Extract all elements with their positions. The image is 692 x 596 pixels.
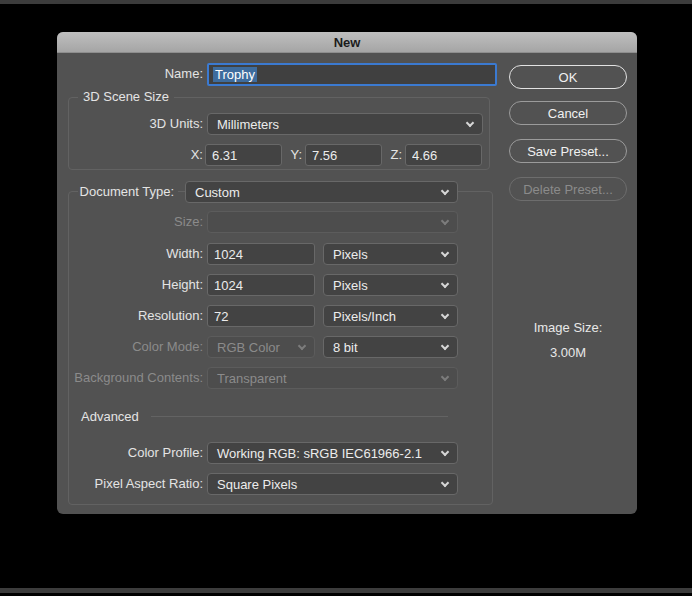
pixel-aspect-ratio-label: Pixel Aspect Ratio: [57, 476, 203, 491]
width-unit-dropdown[interactable]: Pixels [323, 243, 458, 265]
document-type-dropdown[interactable]: Custom [185, 181, 458, 203]
chevron-down-icon [441, 311, 449, 319]
3d-units-value: Millimeters [217, 117, 279, 132]
color-mode-dropdown: RGB Color [207, 336, 315, 358]
ok-button-label: OK [559, 70, 578, 85]
bit-depth-value: 8 bit [333, 340, 358, 355]
height-label: Height: [57, 277, 203, 292]
delete-preset-button: Delete Preset... [509, 177, 627, 201]
chevron-down-icon [466, 119, 474, 127]
background-contents-dropdown: Transparent [207, 367, 458, 389]
chevron-down-icon [441, 479, 449, 487]
height-unit-dropdown[interactable]: Pixels [323, 274, 458, 296]
y-input[interactable] [305, 144, 382, 166]
background-contents-label: Background Contents: [57, 370, 203, 385]
name-label: Name: [57, 66, 203, 81]
chevron-down-icon [441, 448, 449, 456]
new-document-dialog: New Name: Trophy 3D Scene Size 3D Units:… [57, 32, 637, 514]
cancel-button-label: Cancel [548, 106, 588, 121]
width-label: Width: [57, 246, 203, 261]
background-contents-row: Background Contents: Transparent [57, 367, 637, 389]
scene-size-legend: 3D Scene Size [78, 89, 174, 104]
color-mode-label: Color Mode: [57, 339, 203, 354]
image-size-value: 3.00M [509, 345, 627, 360]
chevron-down-icon [441, 249, 449, 257]
width-input[interactable] [207, 243, 315, 265]
color-profile-label: Color Profile: [57, 445, 203, 460]
bit-depth-dropdown[interactable]: 8 bit [323, 336, 458, 358]
name-input-selected-text: Trophy [213, 67, 257, 82]
pixel-aspect-ratio-row: Pixel Aspect Ratio: Square Pixels [57, 473, 637, 495]
height-unit-value: Pixels [333, 278, 368, 293]
width-unit-value: Pixels [333, 247, 368, 262]
dialog-title: New [334, 35, 361, 50]
resolution-unit-dropdown[interactable]: Pixels/Inch [323, 305, 458, 327]
width-row: Width: Pixels [57, 243, 637, 265]
chevron-down-icon [441, 373, 449, 381]
save-preset-button-label: Save Preset... [527, 144, 609, 159]
size-dropdown [207, 211, 458, 233]
advanced-label: Advanced [81, 409, 139, 424]
size-label: Size: [57, 214, 203, 229]
color-profile-row: Color Profile: Working RGB: sRGB IEC6196… [57, 442, 637, 464]
color-profile-dropdown[interactable]: Working RGB: sRGB IEC61966-2.1 [207, 442, 458, 464]
delete-preset-button-label: Delete Preset... [523, 182, 613, 197]
document-type-label: Document Type: [57, 184, 178, 199]
cancel-button[interactable]: Cancel [509, 101, 627, 125]
chevron-down-icon [441, 187, 449, 195]
app-chrome-top-edge [0, 0, 692, 4]
color-profile-value: Working RGB: sRGB IEC61966-2.1 [217, 446, 422, 461]
z-input[interactable] [405, 144, 482, 166]
height-input[interactable] [207, 274, 315, 296]
background-contents-value: Transparent [217, 371, 287, 386]
x-input[interactable] [205, 144, 282, 166]
chevron-down-icon [441, 280, 449, 288]
color-mode-value: RGB Color [217, 340, 280, 355]
pixel-aspect-ratio-dropdown[interactable]: Square Pixels [207, 473, 458, 495]
height-row: Height: Pixels [57, 274, 637, 296]
chevron-down-icon [441, 217, 449, 225]
dialog-titlebar[interactable]: New [57, 32, 637, 53]
resolution-input[interactable] [207, 305, 315, 327]
size-row: Size: [57, 211, 637, 233]
resolution-unit-value: Pixels/Inch [333, 309, 396, 324]
3d-units-dropdown[interactable]: Millimeters [207, 113, 483, 135]
app-chrome-bottom-edge [0, 588, 692, 593]
pixel-aspect-ratio-value: Square Pixels [217, 477, 297, 492]
ok-button[interactable]: OK [509, 65, 627, 89]
advanced-divider [151, 416, 448, 417]
name-input[interactable]: Trophy [207, 63, 497, 86]
resolution-label: Resolution: [57, 308, 203, 323]
save-preset-button[interactable]: Save Preset... [509, 139, 627, 163]
3d-units-label: 3D Units: [57, 116, 203, 131]
image-size-label: Image Size: [509, 320, 627, 335]
chevron-down-icon [298, 342, 306, 350]
document-type-value: Custom [195, 185, 240, 200]
chevron-down-icon [441, 342, 449, 350]
